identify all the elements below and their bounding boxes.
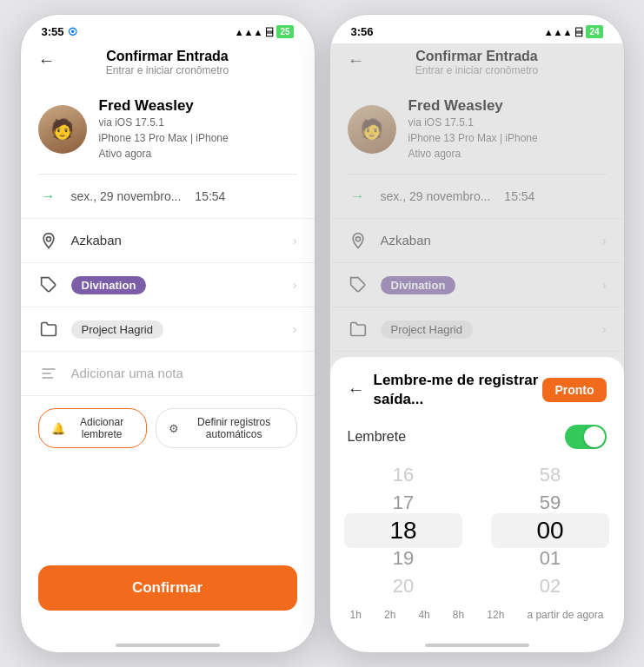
confirm-button-1[interactable]: Confirmar xyxy=(38,565,297,611)
note-content: Adicionar uma nota xyxy=(71,366,297,381)
time-chips-row: 1h 2h 4h 8h 12h a partir de agora xyxy=(330,600,624,635)
chip-4h[interactable]: 4h xyxy=(418,609,429,621)
home-indicator-2 xyxy=(330,635,624,652)
location-row-2[interactable]: Azkaban › xyxy=(330,219,624,263)
sheet-title: Lembre-me de registrar saída... xyxy=(374,371,543,409)
note-row-1[interactable]: Adicionar uma nota xyxy=(21,352,315,396)
page-subtitle-2: Entrar e iniciar cronômetro xyxy=(415,64,538,76)
sheet-back-button[interactable]: ← xyxy=(348,380,365,400)
page-subtitle-1: Entrar e iniciar cronômetro xyxy=(106,64,229,76)
checkin-icon-2: → xyxy=(348,186,368,207)
time-value: 15:54 xyxy=(195,189,225,203)
location-arrow: › xyxy=(293,234,297,248)
location-icon xyxy=(38,230,59,251)
user-name-2: Fred Weasley xyxy=(408,97,607,115)
location-value-2: Azkaban xyxy=(381,233,431,248)
note-icon xyxy=(38,363,59,384)
add-reminder-button[interactable]: 🔔 Adicionar lembrete xyxy=(38,408,147,448)
signal-icon: ▲▲▲ xyxy=(235,27,263,37)
tag-row-2[interactable]: Divination › xyxy=(330,263,624,307)
avatar-1: 🧑 xyxy=(38,105,87,154)
status-bar-2: 3:56 ▲▲▲ ⌸ 24 xyxy=(330,15,624,43)
tag-pill-2: Divination xyxy=(381,276,456,294)
mins-item-58: 58 xyxy=(477,461,624,489)
tag-icon-2 xyxy=(348,274,368,295)
hours-item-18: 18 xyxy=(330,517,477,545)
tag-arrow-2: › xyxy=(602,278,607,292)
chip-8h[interactable]: 8h xyxy=(453,609,464,621)
project-row-2[interactable]: Project Hagrid › xyxy=(330,307,624,352)
auto-icon: ⚙ xyxy=(169,422,179,435)
hours-item-17: 17 xyxy=(330,489,477,517)
date-content-2: sex., 29 novembro... 15:54 xyxy=(381,189,607,203)
time-picker[interactable]: 16 17 18 19 20 58 59 00 01 02 xyxy=(330,461,624,600)
project-pill-2: Project Hagrid xyxy=(381,320,473,339)
back-button-1[interactable]: ← xyxy=(38,50,56,70)
mins-item-01: 01 xyxy=(477,545,624,572)
status-icons-2: ▲▲▲ ⌸ 24 xyxy=(544,25,603,38)
chip-12h[interactable]: 12h xyxy=(487,609,504,621)
date-row-1[interactable]: → sex., 29 novembro... 15:54 xyxy=(21,175,315,219)
location-value: Azkaban xyxy=(71,233,122,248)
toggle-knob xyxy=(584,426,605,447)
hours-item-19: 19 xyxy=(330,545,477,572)
mins-item-00: 00 xyxy=(477,517,624,545)
phone2-main-content: ← Confirmar Entrada Entrar e iniciar cro… xyxy=(330,43,624,635)
action-buttons-row: 🔔 Adicionar lembrete ⚙ Definir registros… xyxy=(21,396,315,460)
status-time-2: 3:56 xyxy=(351,25,374,38)
reminder-toggle[interactable] xyxy=(565,425,607,449)
auto-label: Definir registros automáticos xyxy=(184,416,284,440)
chip-1h[interactable]: 1h xyxy=(350,609,362,621)
location-row-1[interactable]: Azkaban › xyxy=(21,219,315,263)
hours-item-16: 16 xyxy=(330,461,477,489)
pronto-button[interactable]: Pronto xyxy=(542,378,606,402)
status-time-1: 3:55 ⦿ xyxy=(42,25,77,38)
location-content: Azkaban xyxy=(71,233,281,248)
bottom-sheet: ← Lembre-me de registrar saída... Pronto… xyxy=(330,357,624,635)
auto-register-button[interactable]: ⚙ Definir registros automáticos xyxy=(156,408,297,448)
tag-content: Divination xyxy=(71,276,281,294)
project-arrow: › xyxy=(293,322,297,336)
project-icon xyxy=(38,319,59,340)
status-bar-1: 3:55 ⦿ ▲▲▲ ⌸ 25 xyxy=(21,15,315,43)
wifi-icon-2: ⌸ xyxy=(575,25,582,38)
chip-now[interactable]: a partir de agora xyxy=(527,609,603,621)
time-display-1: 3:55 xyxy=(42,25,64,38)
home-bar-1 xyxy=(116,644,220,647)
project-content: Project Hagrid xyxy=(71,320,281,339)
location-icon-2 xyxy=(348,230,368,251)
user-name-1: Fred Weasley xyxy=(99,97,297,115)
minutes-picker-col[interactable]: 58 59 00 01 02 xyxy=(477,461,624,600)
project-content-2: Project Hagrid xyxy=(381,320,590,339)
back-button-2[interactable]: ← xyxy=(348,50,365,70)
project-arrow-2: › xyxy=(602,322,607,336)
location-content-2: Azkaban xyxy=(381,233,590,248)
hours-picker-col[interactable]: 16 17 18 19 20 xyxy=(330,461,477,600)
avatar-image-2: 🧑 xyxy=(348,105,396,154)
avatar-image-1: 🧑 xyxy=(38,105,87,154)
project-pill: Project Hagrid xyxy=(71,320,163,339)
mins-item-59: 59 xyxy=(477,489,624,517)
project-row-1[interactable]: Project Hagrid › xyxy=(21,307,315,352)
home-indicator-1 xyxy=(21,635,315,652)
wifi-icon: ⌸ xyxy=(266,25,273,38)
phone-2: 3:56 ▲▲▲ ⌸ 24 ← Confirmar Entrada Entrar… xyxy=(329,14,625,653)
status-icons-1: ▲▲▲ ⌸ 25 xyxy=(235,25,294,38)
svg-point-5 xyxy=(355,237,360,241)
project-icon-2 xyxy=(348,319,368,340)
battery-indicator-1: 25 xyxy=(276,25,293,38)
tag-content-2: Divination xyxy=(381,276,590,294)
chip-2h[interactable]: 2h xyxy=(384,609,395,621)
checkin-icon: → xyxy=(38,186,59,207)
date-row-2[interactable]: → sex., 29 novembro... 15:54 xyxy=(330,175,624,219)
tag-row-1[interactable]: Divination › xyxy=(21,263,315,307)
user-section-1: 🧑 Fred Weasley via iOS 17.5.1 iPhone 13 … xyxy=(21,85,315,174)
avatar-2: 🧑 xyxy=(348,105,396,154)
tag-icon xyxy=(38,274,59,295)
user-info-1: Fred Weasley via iOS 17.5.1 iPhone 13 Pr… xyxy=(99,97,297,162)
reminder-label: Lembrete xyxy=(348,429,407,445)
screen-header-2: ← Confirmar Entrada Entrar e iniciar cro… xyxy=(330,43,624,85)
tag-arrow: › xyxy=(293,278,297,292)
phone-1: 3:55 ⦿ ▲▲▲ ⌸ 25 ← Confirmar Entrada Entr… xyxy=(20,14,315,653)
time-display-2: 3:56 xyxy=(351,25,374,38)
